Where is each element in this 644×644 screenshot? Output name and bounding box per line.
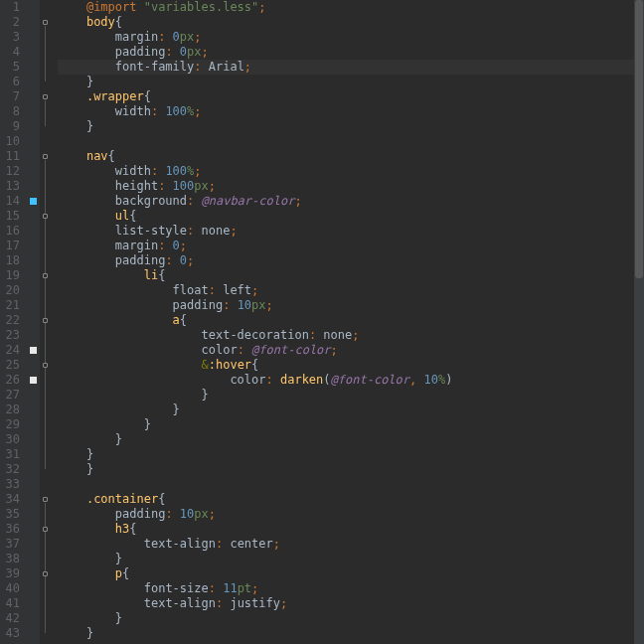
code-line[interactable]: list-style: none;: [58, 224, 644, 239]
code-area[interactable]: @import "variables.less"; body{ margin: …: [54, 0, 644, 644]
line-number: 24: [4, 343, 20, 358]
line-number: 20: [4, 283, 20, 298]
line-number: 10: [4, 134, 20, 149]
line-number: 43: [4, 626, 20, 641]
line-number: 35: [4, 507, 20, 522]
line-number: 26: [4, 373, 20, 388]
line-number: 9: [4, 119, 20, 134]
line-number: 29: [4, 417, 20, 432]
fold-toggle-icon[interactable]: [43, 527, 48, 532]
fold-toggle-icon[interactable]: [43, 20, 48, 25]
code-line[interactable]: color: @font-color;: [58, 343, 644, 358]
code-line[interactable]: float: left;: [58, 283, 644, 298]
fold-toggle-icon[interactable]: [43, 214, 48, 219]
code-line[interactable]: a{: [58, 313, 644, 328]
line-number: 25: [4, 358, 20, 373]
code-line[interactable]: nav{: [58, 149, 644, 164]
line-number: 2: [4, 15, 20, 30]
code-line[interactable]: text-decoration: none;: [58, 328, 644, 343]
code-line[interactable]: width: 100%;: [58, 104, 644, 119]
line-number: 37: [4, 537, 20, 552]
code-line[interactable]: text-align: justify;: [58, 596, 644, 611]
code-line[interactable]: p{: [58, 566, 644, 581]
vertical-scrollbar-track[interactable]: [634, 0, 644, 644]
code-line[interactable]: font-size: 11pt;: [58, 581, 644, 596]
line-number: 16: [4, 224, 20, 239]
fold-toggle-icon[interactable]: [43, 318, 48, 323]
code-editor[interactable]: 1234567891011121314151617181920212223242…: [0, 0, 644, 644]
vertical-scrollbar-thumb[interactable]: [635, 0, 643, 278]
fold-toggle-icon[interactable]: [43, 273, 48, 278]
code-line[interactable]: background: @navbar-color;: [58, 194, 644, 209]
bookmark-marker-icon: [30, 198, 37, 205]
fold-column[interactable]: [40, 0, 54, 644]
code-line[interactable]: padding: 10px;: [58, 298, 644, 313]
line-number: 19: [4, 268, 20, 283]
code-line[interactable]: @import "variables.less";: [58, 0, 644, 15]
line-number: 32: [4, 462, 20, 477]
code-line[interactable]: ul{: [58, 209, 644, 224]
line-number: 6: [4, 75, 20, 89]
fold-toggle-icon[interactable]: [43, 571, 48, 576]
code-line[interactable]: height: 100px;: [58, 179, 644, 194]
code-line[interactable]: }: [58, 447, 644, 462]
code-line[interactable]: }: [58, 75, 644, 89]
line-number: 42: [4, 611, 20, 626]
line-number: 7: [4, 89, 20, 104]
line-number: 34: [4, 492, 20, 507]
line-number: 12: [4, 164, 20, 179]
line-number: 31: [4, 447, 20, 462]
line-number: 18: [4, 253, 20, 268]
code-line[interactable]: text-align: center;: [58, 537, 644, 552]
marker-column: [28, 0, 40, 644]
code-line[interactable]: .container{: [58, 492, 644, 507]
code-line[interactable]: [58, 134, 644, 149]
code-line[interactable]: }: [58, 402, 644, 417]
line-number-gutter: 1234567891011121314151617181920212223242…: [0, 0, 28, 644]
line-number: 36: [4, 522, 20, 537]
line-number: 27: [4, 388, 20, 402]
code-line[interactable]: }: [58, 611, 644, 626]
code-line[interactable]: [58, 477, 644, 492]
code-line[interactable]: &:hover{: [58, 358, 644, 373]
code-line[interactable]: h3{: [58, 522, 644, 537]
line-number: 8: [4, 104, 20, 119]
change-marker-icon: [30, 377, 37, 384]
code-line[interactable]: li{: [58, 268, 644, 283]
fold-toggle-icon[interactable]: [43, 363, 48, 368]
line-number: 40: [4, 581, 20, 596]
line-number: 33: [4, 477, 20, 492]
code-line[interactable]: margin: 0px;: [58, 30, 644, 45]
code-line[interactable]: .wrapper{: [58, 89, 644, 104]
line-number: 17: [4, 239, 20, 253]
fold-toggle-icon[interactable]: [43, 497, 48, 502]
code-line[interactable]: }: [58, 462, 644, 477]
code-line[interactable]: }: [58, 552, 644, 566]
fold-toggle-icon[interactable]: [43, 154, 48, 159]
code-line[interactable]: }: [58, 626, 644, 641]
line-number: 4: [4, 45, 20, 60]
code-line[interactable]: padding: 0px;: [58, 45, 644, 60]
line-number: 23: [4, 328, 20, 343]
line-number: 38: [4, 552, 20, 566]
line-number: 13: [4, 179, 20, 194]
code-line[interactable]: padding: 0;: [58, 253, 644, 268]
code-line[interactable]: }: [58, 388, 644, 402]
code-line[interactable]: margin: 0;: [58, 239, 644, 253]
line-number: 39: [4, 566, 20, 581]
line-number: 1: [4, 0, 20, 15]
code-line[interactable]: }: [58, 417, 644, 432]
line-number: 15: [4, 209, 20, 224]
line-number: 28: [4, 402, 20, 417]
code-line[interactable]: color: darken(@font-color, 10%): [58, 373, 644, 388]
code-line[interactable]: }: [58, 119, 644, 134]
code-line[interactable]: body{: [58, 15, 644, 30]
line-number: 14: [4, 194, 20, 209]
code-line[interactable]: }: [58, 432, 644, 447]
line-number: 30: [4, 432, 20, 447]
code-line[interactable]: width: 100%;: [58, 164, 644, 179]
fold-toggle-icon[interactable]: [43, 94, 48, 99]
code-line[interactable]: padding: 10px;: [58, 507, 644, 522]
line-number: 3: [4, 30, 20, 45]
code-line[interactable]: font-family: Arial;: [58, 60, 644, 75]
